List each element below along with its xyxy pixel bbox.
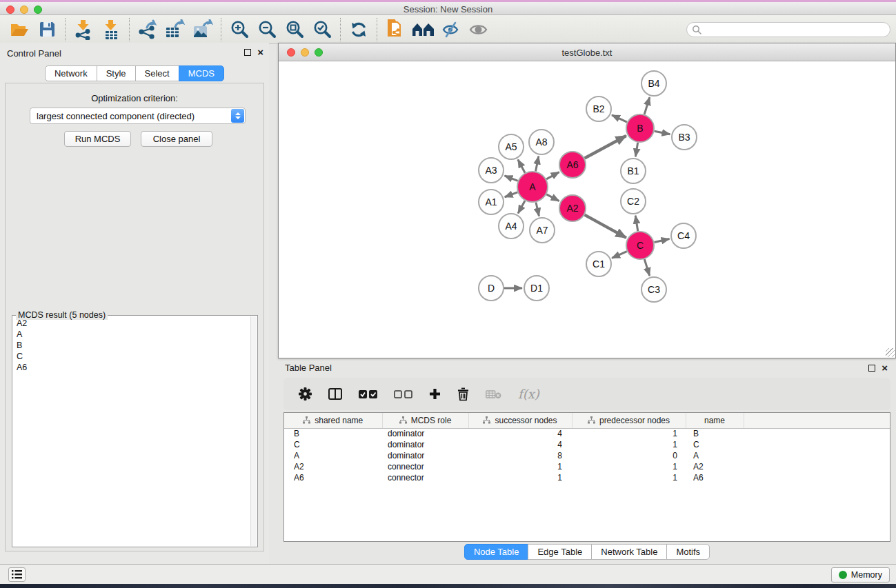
table-cell[interactable]: A2 bbox=[686, 461, 744, 472]
node-A6[interactable]: A6 bbox=[559, 152, 586, 178]
network-window-titlebar[interactable]: testGlobe.txt bbox=[279, 43, 895, 61]
table-cell[interactable]: 1 bbox=[572, 461, 686, 472]
node-B2[interactable]: B2 bbox=[586, 97, 611, 121]
mcds-result-item[interactable]: A bbox=[12, 329, 250, 340]
column-header-predecessor-nodes[interactable]: predecessor nodes bbox=[572, 413, 686, 428]
zoom-fit-icon[interactable] bbox=[281, 17, 308, 42]
column-header-successor-nodes[interactable]: successor nodes bbox=[468, 413, 572, 428]
export-image-icon[interactable] bbox=[189, 17, 217, 42]
node-A5[interactable]: A5 bbox=[499, 134, 524, 159]
zoom-selected-icon[interactable] bbox=[308, 17, 336, 42]
table-row[interactable]: Adominator80A bbox=[284, 450, 890, 461]
memory-button[interactable]: Memory bbox=[831, 567, 890, 582]
table-cell[interactable]: 4 bbox=[468, 439, 572, 450]
import-table-icon[interactable] bbox=[97, 17, 125, 42]
edge-A-A3[interactable] bbox=[504, 176, 517, 181]
window-resize-grip[interactable] bbox=[886, 348, 895, 357]
tab-mcds[interactable]: MCDS bbox=[179, 65, 224, 81]
column-header-name[interactable]: name bbox=[686, 413, 744, 428]
task-history-button[interactable] bbox=[8, 567, 26, 582]
node-C3[interactable]: C3 bbox=[641, 277, 666, 302]
edge-B-B3[interactable] bbox=[655, 131, 670, 134]
edge-C-C3[interactable] bbox=[644, 259, 649, 276]
node-A3[interactable]: A3 bbox=[479, 158, 504, 183]
table-cell[interactable]: C bbox=[284, 439, 382, 450]
edge-C-C2[interactable] bbox=[635, 216, 638, 232]
node-A2[interactable]: A2 bbox=[559, 195, 586, 221]
copy-network-icon[interactable] bbox=[381, 17, 409, 42]
table-cell[interactable]: A bbox=[284, 450, 382, 461]
table-tab-network-table[interactable]: Network Table bbox=[591, 544, 667, 560]
column-header-shared-name[interactable]: shared name bbox=[284, 413, 382, 428]
table-cell[interactable]: connector bbox=[382, 472, 468, 483]
column-layout-icon[interactable] bbox=[328, 388, 342, 400]
table-row[interactable]: A6connector11A6 bbox=[284, 472, 890, 483]
node-B3[interactable]: B3 bbox=[672, 125, 697, 150]
column-header-MCDS-role[interactable]: MCDS role bbox=[382, 413, 468, 428]
cybrowser-home-icon[interactable] bbox=[409, 17, 437, 42]
table-row[interactable]: Bdominator41B bbox=[284, 428, 890, 439]
criterion-dropdown[interactable]: largest connected component (directed) bbox=[30, 108, 246, 124]
delete-column-icon[interactable] bbox=[457, 387, 469, 401]
node-A7[interactable]: A7 bbox=[530, 218, 555, 243]
table-cell[interactable]: B bbox=[284, 428, 382, 439]
table-cell[interactable]: A2 bbox=[284, 461, 382, 472]
edge-C-C4[interactable] bbox=[654, 239, 669, 243]
edge-B-B1[interactable] bbox=[635, 143, 637, 157]
table-cell[interactable]: 1 bbox=[572, 472, 686, 483]
search-input[interactable] bbox=[686, 22, 890, 37]
hide-graphics-details-icon[interactable] bbox=[437, 17, 464, 42]
node-A[interactable]: A bbox=[517, 172, 548, 202]
table-cell[interactable]: 1 bbox=[572, 428, 686, 439]
table-cell[interactable]: 1 bbox=[572, 439, 686, 450]
node-C1[interactable]: C1 bbox=[586, 252, 611, 276]
node-B4[interactable]: B4 bbox=[641, 71, 666, 96]
gear-icon[interactable] bbox=[299, 387, 312, 401]
open-session-icon[interactable] bbox=[6, 17, 33, 42]
edge-C-C1[interactable] bbox=[612, 252, 627, 258]
deselect-all-checkboxes-icon[interactable] bbox=[394, 390, 412, 398]
close-table-panel-icon[interactable]: × bbox=[882, 365, 888, 372]
save-session-icon[interactable] bbox=[33, 17, 61, 42]
edge-A-A1[interactable] bbox=[505, 192, 518, 197]
mcds-result-item[interactable]: C bbox=[12, 351, 250, 362]
table-cell[interactable]: A bbox=[686, 450, 744, 461]
mcds-result-item[interactable]: B bbox=[12, 340, 250, 351]
close-panel-button[interactable]: Close panel bbox=[141, 131, 212, 147]
edge-A-A8[interactable] bbox=[536, 156, 539, 172]
node-C4[interactable]: C4 bbox=[671, 223, 696, 248]
edge-A-A5[interactable] bbox=[518, 160, 525, 173]
export-network-icon[interactable] bbox=[134, 17, 161, 42]
node-C2[interactable]: C2 bbox=[621, 189, 646, 214]
tab-style[interactable]: Style bbox=[97, 65, 136, 81]
mcds-result-item[interactable]: A2 bbox=[12, 318, 250, 329]
float-panel-icon[interactable] bbox=[244, 49, 251, 56]
close-panel-icon[interactable]: × bbox=[257, 49, 263, 56]
node-A8[interactable]: A8 bbox=[529, 130, 554, 154]
node-C[interactable]: C bbox=[626, 232, 654, 259]
edge-A-A6[interactable] bbox=[546, 172, 559, 179]
zoom-in-icon[interactable] bbox=[226, 17, 253, 42]
table-cell[interactable]: dominator bbox=[382, 450, 468, 461]
export-table-icon[interactable] bbox=[161, 17, 189, 42]
select-all-checkboxes-icon[interactable] bbox=[359, 390, 377, 398]
tab-select[interactable]: Select bbox=[135, 65, 179, 81]
table-cell[interactable]: connector bbox=[382, 461, 468, 472]
node-D1[interactable]: D1 bbox=[524, 276, 549, 301]
table-cell[interactable]: 1 bbox=[468, 472, 572, 483]
mcds-result-item[interactable]: A6 bbox=[12, 362, 250, 373]
node-A1[interactable]: A1 bbox=[479, 190, 504, 214]
table-cell[interactable]: C bbox=[686, 439, 744, 450]
table-cell[interactable]: dominator bbox=[382, 428, 468, 439]
edge-A-A2[interactable] bbox=[546, 194, 559, 201]
zoom-out-icon[interactable] bbox=[253, 17, 281, 42]
table-row[interactable]: Cdominator41C bbox=[284, 439, 890, 450]
table-cell[interactable]: 4 bbox=[468, 428, 572, 439]
table-cell[interactable]: dominator bbox=[382, 439, 468, 450]
function-builder-icon[interactable]: f(x) bbox=[518, 387, 539, 401]
table-cell[interactable]: B bbox=[686, 428, 744, 439]
table-row[interactable]: A2connector11A2 bbox=[284, 461, 890, 472]
add-column-icon[interactable] bbox=[429, 388, 441, 400]
table-cell[interactable]: 8 bbox=[468, 450, 572, 461]
float-table-panel-icon[interactable] bbox=[868, 365, 875, 372]
